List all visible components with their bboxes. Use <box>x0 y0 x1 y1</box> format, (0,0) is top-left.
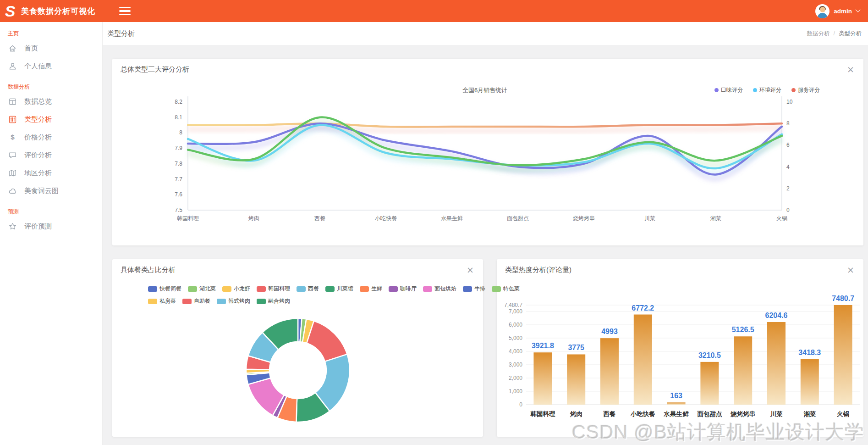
close-icon[interactable]: × <box>847 266 854 274</box>
sidebar-item-review-analysis[interactable]: 评价分析 <box>0 146 102 164</box>
svg-text:面包甜点: 面包甜点 <box>697 411 722 417</box>
legend-swatch <box>257 299 266 304</box>
legend-label: 西餐 <box>308 285 319 293</box>
legend-swatch <box>297 286 306 292</box>
legend-item[interactable]: 融合烤肉 <box>257 297 290 305</box>
legend-item[interactable]: 小龙虾 <box>222 285 250 293</box>
svg-text:烤肉: 烤肉 <box>570 411 582 417</box>
sidebar-item-price-analysis[interactable]: $ 价格分析 <box>0 128 102 146</box>
sidebar-item-home[interactable]: 首页 <box>0 39 102 57</box>
svg-text:4,000: 4,000 <box>509 348 522 355</box>
sidebar-item-profile[interactable]: 个人信息 <box>0 57 102 75</box>
card-title: 具体餐类占比分析 <box>121 266 176 274</box>
bar[interactable] <box>533 352 552 405</box>
legend-item[interactable]: 私房菜 <box>148 297 176 305</box>
legend-swatch <box>325 286 335 292</box>
legend-swatch <box>360 286 369 292</box>
sidebar: 主页 首页 个人信息 数据分析 数据总览 类型分析 $ 价格分析 评价分析 <box>0 22 103 445</box>
page-title: 类型分析 <box>107 29 135 38</box>
home-icon <box>8 44 17 53</box>
sidebar-item-label: 美食词云图 <box>24 187 59 195</box>
legend-label: 私房菜 <box>159 297 176 305</box>
legend-item[interactable]: 川菜馆 <box>325 285 353 293</box>
svg-text:3,000: 3,000 <box>509 362 522 368</box>
bar[interactable] <box>767 322 786 405</box>
legend-swatch <box>463 286 472 292</box>
close-icon[interactable]: × <box>467 266 474 274</box>
legend-label: 湖北菜 <box>199 285 216 293</box>
legend-label: 面包烘焙 <box>434 285 456 293</box>
svg-text:7.5: 7.5 <box>175 207 182 213</box>
legend-dot <box>791 88 796 92</box>
legend-item[interactable]: 生鲜 <box>360 285 382 293</box>
sidebar-item-type-analysis[interactable]: 类型分析 <box>0 111 102 128</box>
legend-item-taste[interactable]: 口味评分 <box>714 86 743 94</box>
legend-item-environment[interactable]: 环境评分 <box>753 86 781 94</box>
breadcrumb: 数据分析 / 类型分析 <box>807 30 862 38</box>
bar[interactable] <box>700 362 719 405</box>
bar[interactable] <box>667 402 686 405</box>
sidebar-item-region-analysis[interactable]: 地区分析 <box>0 164 102 182</box>
sidebar-item-data-overview[interactable]: 数据总览 <box>0 93 102 111</box>
svg-text:4993: 4993 <box>601 328 618 335</box>
legend-item[interactable]: 韩式烤肉 <box>217 297 250 305</box>
legend-swatch <box>217 299 226 304</box>
sidebar-item-review-predict[interactable]: 评价预测 <box>0 217 102 235</box>
legend-item[interactable]: 快餐简餐 <box>148 285 181 293</box>
legend-swatch <box>257 286 266 292</box>
svg-text:湘菜: 湘菜 <box>803 411 816 417</box>
star-icon <box>8 222 17 231</box>
sidebar-section-analysis: 数据分析 <box>8 83 102 91</box>
legend-item[interactable]: 面包烘焙 <box>423 285 456 293</box>
svg-text:小吃快餐: 小吃快餐 <box>375 215 397 222</box>
legend-label: 小龙虾 <box>234 285 250 293</box>
svg-text:5,000: 5,000 <box>509 335 522 341</box>
bar[interactable] <box>567 354 585 405</box>
bar[interactable] <box>600 338 619 405</box>
svg-text:3921.8: 3921.8 <box>532 342 554 350</box>
card-heat-bar-chart: 类型热度分析(评论量) × 01,0002,0003,0004,0005,000… <box>497 259 863 437</box>
layout-icon <box>8 97 17 106</box>
bar[interactable] <box>801 359 819 405</box>
bar[interactable] <box>634 315 652 405</box>
pie-slice[interactable] <box>307 321 347 362</box>
legend-item[interactable]: 咖啡厅 <box>389 285 417 293</box>
svg-text:火锅: 火锅 <box>776 215 787 222</box>
avatar[interactable] <box>815 4 830 18</box>
sidebar-section-predict: 预测 <box>8 208 102 216</box>
sidebar-item-label: 数据总览 <box>24 97 52 106</box>
legend-item[interactable]: 西餐 <box>297 285 319 293</box>
svg-text:8.1: 8.1 <box>175 114 182 121</box>
breadcrumb-parent[interactable]: 数据分析 <box>807 30 830 38</box>
sidebar-item-wordcloud[interactable]: 美食词云图 <box>0 182 102 200</box>
legend-item[interactable]: 自助餐 <box>182 297 210 305</box>
legend-item[interactable]: 湖北菜 <box>188 285 216 293</box>
line-chart-legend: 口味评分 环境评分 服务评分 <box>714 86 820 94</box>
close-icon[interactable]: × <box>847 65 854 74</box>
svg-text:面包甜点: 面包甜点 <box>507 215 529 222</box>
comment-icon <box>8 151 17 160</box>
user-icon <box>8 62 17 71</box>
svg-text:6,000: 6,000 <box>509 322 522 328</box>
legend-item[interactable]: 韩国料理 <box>257 285 290 293</box>
svg-text:10: 10 <box>786 99 793 105</box>
bar[interactable] <box>734 336 752 405</box>
menu-toggle-icon[interactable] <box>116 4 133 18</box>
svg-text:烤肉: 烤肉 <box>248 215 259 222</box>
legend-label: 自助餐 <box>194 297 210 305</box>
legend-item-service[interactable]: 服务评分 <box>791 86 820 94</box>
svg-text:8: 8 <box>786 120 790 127</box>
svg-text:6: 6 <box>786 142 790 148</box>
user-menu[interactable]: admin <box>815 0 860 22</box>
bar[interactable] <box>834 305 852 405</box>
svg-text:2: 2 <box>786 185 790 192</box>
card-score-line-chart: 总体类型三大评分分析 × 口味评分 环境评分 服务评分 全国6月销售统计8.28… <box>112 59 863 245</box>
svg-text:7.8: 7.8 <box>175 161 182 167</box>
legend-item[interactable]: 特色菜 <box>492 285 520 293</box>
line-chart: 全国6月销售统计8.28.187.97.87.77.67.51086420韩国料… <box>112 79 863 244</box>
sidebar-item-label: 个人信息 <box>24 62 52 71</box>
legend-item[interactable]: 牛排 <box>463 285 485 293</box>
card-category-donut-chart: 具体餐类占比分析 × 快餐简餐湖北菜小龙虾韩国料理西餐川菜馆生鲜咖啡厅面包烘焙牛… <box>112 259 483 437</box>
svg-text:烧烤烤串: 烧烤烤串 <box>573 215 595 222</box>
svg-text:全国6月销售统计: 全国6月销售统计 <box>462 87 507 94</box>
